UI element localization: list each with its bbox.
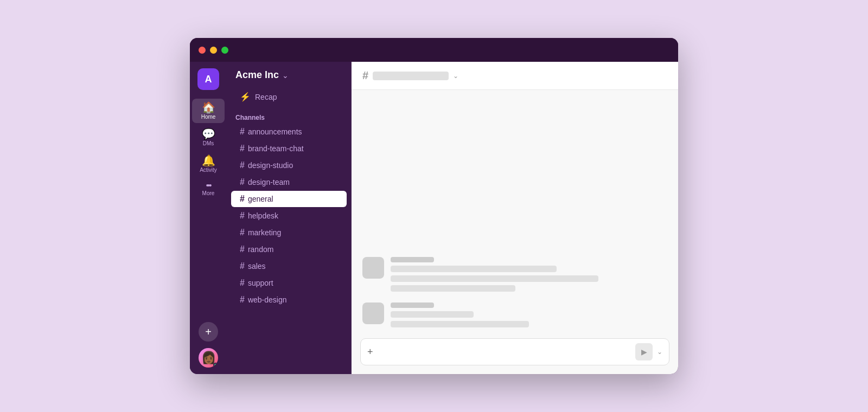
- recap-icon: ⚡: [240, 92, 251, 102]
- skeleton-line-2: [391, 275, 598, 282]
- home-label: Home: [201, 114, 216, 120]
- sidebar-item-dms[interactable]: 💬 DMs: [192, 125, 225, 150]
- more-label: More: [202, 190, 215, 196]
- hash-icon: #: [240, 177, 245, 187]
- channel-item-support[interactable]: # support: [231, 275, 347, 291]
- activity-icon: 🔔: [202, 155, 215, 166]
- skeleton-line-3: [391, 285, 515, 292]
- channel-name: helpdesk: [248, 211, 278, 220]
- workspace-header[interactable]: Acme Inc ⌄: [227, 62, 351, 88]
- channel-item-random[interactable]: # random: [231, 241, 347, 258]
- channel-item-sales[interactable]: # sales: [231, 258, 347, 274]
- message-avatar: [362, 302, 384, 324]
- channel-name: design-studio: [248, 161, 293, 170]
- channel-name: announcements: [248, 127, 302, 136]
- skeleton-name: [391, 302, 434, 308]
- send-icon: ▶: [641, 347, 647, 356]
- skeleton-line-2: [391, 321, 529, 327]
- hash-icon: #: [240, 295, 245, 305]
- hash-icon: #: [240, 160, 245, 170]
- main-content: # ⌄: [352, 62, 678, 374]
- app-window: A 🏠 Home 💬 DMs 🔔 Activity ••• More +: [190, 38, 678, 374]
- sidebar-item-activity[interactable]: 🔔 Activity: [192, 152, 225, 176]
- send-chevron-icon[interactable]: ⌄: [657, 348, 662, 356]
- recap-item[interactable]: ⚡ Recap: [231, 88, 347, 105]
- home-icon: 🏠: [202, 102, 215, 113]
- message-row: [362, 257, 667, 292]
- channel-item-design-team[interactable]: # design-team: [231, 174, 347, 190]
- skeleton-line-1: [391, 311, 474, 318]
- channel-name: web-design: [248, 295, 287, 304]
- workspace-chevron-icon: ⌄: [282, 71, 289, 80]
- channel-header-name-skeleton: [373, 72, 449, 80]
- channel-item-general[interactable]: # general: [231, 191, 347, 207]
- channel-name: design-team: [248, 178, 290, 186]
- sidebar-item-more[interactable]: ••• More: [192, 178, 225, 199]
- hash-icon: #: [240, 211, 245, 221]
- skeleton-name: [391, 257, 434, 262]
- recap-label: Recap: [255, 93, 277, 101]
- hash-icon: #: [240, 261, 245, 271]
- channel-header-hash-icon: #: [362, 69, 368, 82]
- skeleton-line-1: [391, 266, 557, 272]
- channel-name: support: [248, 279, 273, 287]
- hash-icon: #: [240, 144, 245, 153]
- channel-item-helpdesk[interactable]: # helpdesk: [231, 208, 347, 224]
- channel-name: general: [248, 195, 273, 203]
- channel-header-chevron-icon: ⌄: [453, 72, 458, 80]
- user-avatar[interactable]: 👩🏾: [199, 348, 218, 368]
- more-icon: •••: [206, 182, 211, 189]
- message-row: [362, 302, 667, 327]
- title-bar: [190, 38, 678, 62]
- sidebar-item-home[interactable]: 🏠 Home: [192, 99, 225, 123]
- channel-item-announcements[interactable]: # announcements: [231, 124, 347, 140]
- activity-label: Activity: [200, 167, 217, 173]
- channel-header: # ⌄: [352, 62, 678, 90]
- send-button[interactable]: ▶: [635, 343, 653, 360]
- add-button[interactable]: +: [199, 322, 218, 342]
- channels-section-header: Channels: [227, 110, 351, 124]
- workspace-avatar[interactable]: A: [197, 68, 219, 90]
- hash-icon: #: [240, 228, 245, 237]
- maximize-button[interactable]: [221, 47, 228, 54]
- message-body: [391, 257, 667, 292]
- message-avatar: [362, 257, 384, 279]
- hash-icon: #: [240, 194, 245, 204]
- channel-name: marketing: [248, 228, 281, 237]
- channel-name: sales: [248, 262, 266, 271]
- online-indicator: [213, 363, 218, 368]
- channel-item-brand-team-chat[interactable]: # brand-team-chat: [231, 140, 347, 157]
- hash-icon: #: [240, 127, 245, 137]
- hash-icon: #: [240, 244, 245, 254]
- message-body: [391, 302, 667, 327]
- input-plus-icon[interactable]: +: [367, 346, 373, 358]
- channel-item-web-design[interactable]: # web-design: [231, 292, 347, 308]
- app-body: A 🏠 Home 💬 DMs 🔔 Activity ••• More +: [190, 62, 678, 374]
- icon-sidebar: A 🏠 Home 💬 DMs 🔔 Activity ••• More +: [190, 62, 227, 374]
- messages-area: [352, 90, 678, 338]
- close-button[interactable]: [199, 47, 206, 54]
- channel-name: brand-team-chat: [248, 144, 304, 153]
- channel-sidebar: Acme Inc ⌄ ⚡ Recap Channels # announceme…: [227, 62, 352, 374]
- channels-section: Channels # announcements # brand-team-ch…: [227, 110, 351, 374]
- channel-item-design-studio[interactable]: # design-studio: [231, 157, 347, 173]
- channel-name: random: [248, 245, 273, 254]
- channel-item-marketing[interactable]: # marketing: [231, 224, 347, 241]
- dms-label: DMs: [203, 140, 214, 146]
- minimize-button[interactable]: [210, 47, 217, 54]
- message-input-bar[interactable]: + ▶ ⌄: [360, 338, 669, 365]
- dms-icon: 💬: [202, 128, 215, 139]
- workspace-name: Acme Inc: [235, 69, 279, 81]
- hash-icon: #: [240, 278, 245, 288]
